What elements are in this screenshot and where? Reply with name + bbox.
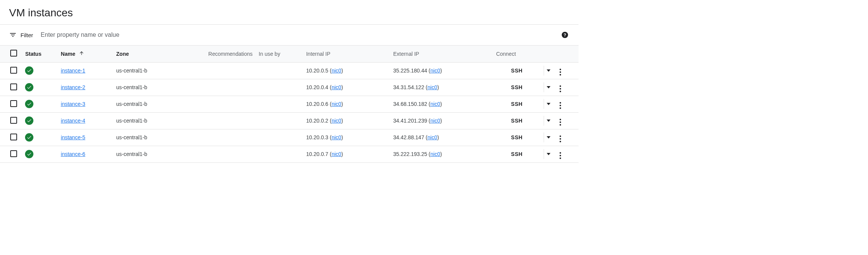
- internal-ip-cell: 10.20.0.2 (nic0): [303, 112, 390, 129]
- external-ip-cell: 35.222.193.25 (nic0): [390, 146, 493, 162]
- more-actions-icon[interactable]: [560, 68, 561, 76]
- table-row: instance-1 us-central1-b 10.20.0.5 (nic0…: [0, 62, 579, 79]
- row-checkbox[interactable]: [10, 83, 17, 90]
- col-header-connect[interactable]: Connect: [493, 46, 541, 62]
- col-header-status[interactable]: Status: [22, 46, 58, 62]
- more-actions-icon[interactable]: [560, 152, 561, 159]
- col-header-internal-ip[interactable]: Internal IP: [303, 46, 390, 62]
- ssh-button[interactable]: SSH: [511, 118, 522, 124]
- nic-link[interactable]: nic0: [431, 68, 440, 74]
- table-row: instance-2 us-central1-b 10.20.0.4 (nic0…: [0, 79, 579, 96]
- filter-label: Filter: [20, 32, 33, 38]
- vm-table: Status Name Zone Recommendations In use …: [0, 46, 579, 163]
- internal-ip-value: 10.20.0.7: [306, 151, 328, 157]
- more-actions-icon[interactable]: [560, 85, 561, 93]
- internal-ip-value: 10.20.0.4: [306, 84, 328, 90]
- more-actions-icon[interactable]: [560, 102, 561, 109]
- instance-name-link[interactable]: instance-2: [61, 84, 85, 90]
- row-checkbox[interactable]: [10, 150, 17, 157]
- page-title: VM instances: [0, 0, 579, 24]
- table-row: instance-5 us-central1-b 10.20.0.3 (nic0…: [0, 129, 579, 146]
- nic-link[interactable]: nic0: [332, 118, 341, 124]
- recommendations-cell: [176, 62, 256, 79]
- ssh-options-dropdown[interactable]: [547, 69, 550, 72]
- internal-ip-cell: 10.20.0.4 (nic0): [303, 79, 390, 96]
- col-header-in-use-by[interactable]: In use by: [256, 46, 303, 62]
- zone-cell: us-central1-b: [113, 96, 176, 112]
- ssh-options-dropdown[interactable]: [547, 120, 550, 122]
- internal-ip-cell: 10.20.0.5 (nic0): [303, 62, 390, 79]
- ssh-options-dropdown[interactable]: [547, 103, 550, 105]
- col-header-zone[interactable]: Zone: [113, 46, 176, 62]
- status-running-icon: [25, 150, 33, 158]
- ssh-button[interactable]: SSH: [511, 68, 522, 74]
- status-running-icon: [25, 116, 33, 125]
- internal-ip-cell: 10.20.0.7 (nic0): [303, 146, 390, 162]
- external-ip-value: 34.31.54.122: [393, 84, 424, 90]
- nic-link[interactable]: nic0: [428, 84, 437, 90]
- nic-link[interactable]: nic0: [332, 151, 341, 157]
- row-checkbox[interactable]: [10, 134, 17, 140]
- in-use-by-cell: [256, 79, 303, 96]
- instance-name-link[interactable]: instance-4: [61, 118, 85, 124]
- instance-name-link[interactable]: instance-1: [61, 68, 85, 74]
- external-ip-value: 35.225.180.44: [393, 68, 427, 74]
- table-row: instance-4 us-central1-b 10.20.0.2 (nic0…: [0, 112, 579, 129]
- instance-name-link[interactable]: instance-5: [61, 134, 85, 140]
- in-use-by-cell: [256, 146, 303, 162]
- recommendations-cell: [176, 112, 256, 129]
- ssh-options-dropdown[interactable]: [547, 153, 550, 155]
- nic-link[interactable]: nic0: [332, 84, 341, 90]
- internal-ip-cell: 10.20.0.3 (nic0): [303, 129, 390, 146]
- recommendations-cell: [176, 146, 256, 162]
- nic-link[interactable]: nic0: [431, 118, 440, 124]
- nic-link[interactable]: nic0: [431, 101, 440, 107]
- external-ip-value: 34.41.201.239: [393, 118, 427, 124]
- nic-link[interactable]: nic0: [332, 101, 341, 107]
- ssh-button[interactable]: SSH: [511, 84, 522, 90]
- instance-name-link[interactable]: instance-6: [61, 151, 85, 157]
- col-header-external-ip[interactable]: External IP: [390, 46, 493, 62]
- ssh-button[interactable]: SSH: [511, 134, 522, 140]
- row-checkbox[interactable]: [10, 67, 17, 74]
- recommendations-cell: [176, 96, 256, 112]
- ssh-options-dropdown[interactable]: [547, 86, 550, 88]
- filter-input[interactable]: [40, 31, 560, 39]
- instance-name-link[interactable]: instance-3: [61, 101, 85, 107]
- internal-ip-value: 10.20.0.3: [306, 134, 328, 140]
- more-actions-icon[interactable]: [560, 118, 561, 126]
- external-ip-cell: 34.31.54.122 (nic0): [390, 79, 493, 96]
- row-checkbox[interactable]: [10, 117, 17, 124]
- ssh-button[interactable]: SSH: [511, 151, 522, 157]
- internal-ip-cell: 10.20.0.6 (nic0): [303, 96, 390, 112]
- status-running-icon: [25, 100, 33, 108]
- more-actions-icon[interactable]: [560, 135, 561, 143]
- nic-link[interactable]: nic0: [332, 68, 341, 74]
- external-ip-cell: 34.42.88.147 (nic0): [390, 129, 493, 146]
- sort-ascending-icon: [79, 50, 84, 57]
- internal-ip-value: 10.20.0.2: [306, 118, 328, 124]
- nic-link[interactable]: nic0: [332, 134, 341, 140]
- in-use-by-cell: [256, 62, 303, 79]
- select-all-checkbox[interactable]: [10, 50, 17, 57]
- table-row: instance-3 us-central1-b 10.20.0.6 (nic0…: [0, 96, 579, 112]
- ssh-options-dropdown[interactable]: [547, 136, 550, 139]
- zone-cell: us-central1-b: [113, 129, 176, 146]
- ssh-button[interactable]: SSH: [511, 101, 522, 107]
- external-ip-value: 34.68.150.182: [393, 101, 427, 107]
- external-ip-cell: 34.68.150.182 (nic0): [390, 96, 493, 112]
- zone-cell: us-central1-b: [113, 79, 176, 96]
- nic-link[interactable]: nic0: [428, 134, 437, 140]
- filter-bar: Filter ?: [0, 24, 579, 46]
- status-running-icon: [25, 83, 33, 91]
- status-running-icon: [25, 66, 33, 75]
- internal-ip-value: 10.20.0.5: [306, 68, 328, 74]
- in-use-by-cell: [256, 96, 303, 112]
- nic-link[interactable]: nic0: [431, 151, 440, 157]
- help-icon[interactable]: ?: [560, 30, 569, 39]
- row-checkbox[interactable]: [10, 100, 17, 107]
- table-row: instance-6 us-central1-b 10.20.0.7 (nic0…: [0, 146, 579, 162]
- col-header-name[interactable]: Name: [58, 46, 113, 62]
- col-header-recommendations[interactable]: Recommendations: [176, 46, 256, 62]
- external-ip-value: 34.42.88.147: [393, 134, 424, 140]
